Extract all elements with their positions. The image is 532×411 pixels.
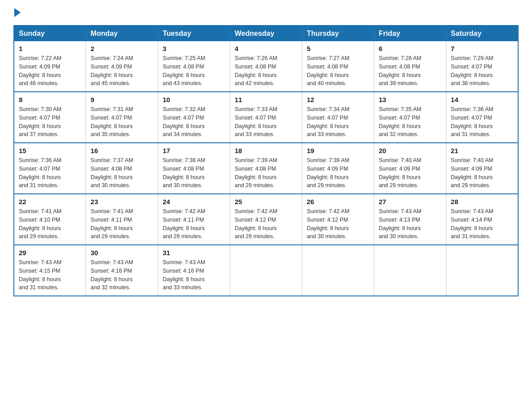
day-of-week-header: Wednesday xyxy=(230,26,302,41)
calendar-day-cell xyxy=(302,245,374,296)
calendar-day-cell xyxy=(230,245,302,296)
calendar-week-row: 29 Sunrise: 7:43 AM Sunset: 4:15 PM Dayl… xyxy=(14,245,518,296)
day-number: 24 xyxy=(163,198,225,206)
day-info: Sunrise: 7:41 AM Sunset: 4:11 PM Dayligh… xyxy=(90,208,133,240)
calendar-day-cell: 20 Sunrise: 7:40 AM Sunset: 4:09 PM Dayl… xyxy=(374,143,446,194)
day-info: Sunrise: 7:36 AM Sunset: 4:07 PM Dayligh… xyxy=(451,106,493,137)
calendar-table: SundayMondayTuesdayWednesdayThursdayFrid… xyxy=(13,25,519,296)
calendar-day-cell: 13 Sunrise: 7:35 AM Sunset: 4:07 PM Dayl… xyxy=(374,92,446,143)
day-number: 1 xyxy=(19,45,81,52)
day-info: Sunrise: 7:39 AM Sunset: 4:09 PM Dayligh… xyxy=(307,157,349,188)
day-number: 30 xyxy=(90,249,153,257)
calendar-day-cell: 30 Sunrise: 7:43 AM Sunset: 4:16 PM Dayl… xyxy=(86,245,158,296)
day-info: Sunrise: 7:27 AM Sunset: 4:08 PM Dayligh… xyxy=(307,55,349,86)
calendar-day-cell: 1 Sunrise: 7:22 AM Sunset: 4:09 PM Dayli… xyxy=(14,41,86,92)
day-number: 20 xyxy=(379,147,442,154)
day-info: Sunrise: 7:31 AM Sunset: 4:07 PM Dayligh… xyxy=(90,106,133,137)
calendar-day-cell: 12 Sunrise: 7:34 AM Sunset: 4:07 PM Dayl… xyxy=(302,92,374,143)
day-number: 18 xyxy=(235,147,297,154)
day-number: 22 xyxy=(19,198,81,206)
day-number: 13 xyxy=(379,96,442,103)
calendar-week-row: 8 Sunrise: 7:30 AM Sunset: 4:07 PM Dayli… xyxy=(14,92,518,143)
calendar-day-cell: 31 Sunrise: 7:43 AM Sunset: 4:16 PM Dayl… xyxy=(158,245,230,296)
day-number: 16 xyxy=(90,147,153,154)
calendar-day-cell: 6 Sunrise: 7:28 AM Sunset: 4:08 PM Dayli… xyxy=(374,41,446,92)
day-of-week-header: Sunday xyxy=(14,26,86,41)
calendar-day-cell: 3 Sunrise: 7:25 AM Sunset: 4:08 PM Dayli… xyxy=(158,41,230,92)
calendar-day-cell xyxy=(446,245,518,296)
day-info: Sunrise: 7:42 AM Sunset: 4:12 PM Dayligh… xyxy=(307,208,349,240)
day-number: 2 xyxy=(90,45,153,52)
calendar-day-cell: 15 Sunrise: 7:36 AM Sunset: 4:07 PM Dayl… xyxy=(14,143,86,194)
day-number: 3 xyxy=(163,45,225,52)
day-number: 23 xyxy=(90,198,153,206)
day-info: Sunrise: 7:43 AM Sunset: 4:13 PM Dayligh… xyxy=(379,208,421,240)
day-number: 10 xyxy=(163,96,225,103)
logo-arrow-icon xyxy=(14,8,21,17)
calendar-day-cell: 11 Sunrise: 7:33 AM Sunset: 4:07 PM Dayl… xyxy=(230,92,302,143)
day-info: Sunrise: 7:40 AM Sunset: 4:09 PM Dayligh… xyxy=(379,157,421,188)
calendar-day-cell xyxy=(374,245,446,296)
calendar-day-cell: 16 Sunrise: 7:37 AM Sunset: 4:08 PM Dayl… xyxy=(86,143,158,194)
day-number: 12 xyxy=(307,96,369,103)
day-of-week-header: Saturday xyxy=(446,26,518,41)
day-number: 21 xyxy=(451,147,513,154)
day-of-week-header: Monday xyxy=(86,26,158,41)
calendar-day-cell: 29 Sunrise: 7:43 AM Sunset: 4:15 PM Dayl… xyxy=(14,245,86,296)
day-info: Sunrise: 7:28 AM Sunset: 4:08 PM Dayligh… xyxy=(379,55,421,86)
day-info: Sunrise: 7:32 AM Sunset: 4:07 PM Dayligh… xyxy=(163,106,205,137)
day-number: 27 xyxy=(379,198,442,206)
day-number: 6 xyxy=(379,45,442,52)
day-info: Sunrise: 7:37 AM Sunset: 4:08 PM Dayligh… xyxy=(90,157,133,188)
calendar-day-cell: 23 Sunrise: 7:41 AM Sunset: 4:11 PM Dayl… xyxy=(86,194,158,245)
day-info: Sunrise: 7:34 AM Sunset: 4:07 PM Dayligh… xyxy=(307,106,349,137)
logo xyxy=(13,9,21,16)
day-number: 31 xyxy=(163,249,225,257)
calendar-day-cell: 8 Sunrise: 7:30 AM Sunset: 4:07 PM Dayli… xyxy=(14,92,86,143)
day-info: Sunrise: 7:43 AM Sunset: 4:15 PM Dayligh… xyxy=(19,259,61,291)
day-number: 19 xyxy=(307,147,369,154)
calendar-day-cell: 10 Sunrise: 7:32 AM Sunset: 4:07 PM Dayl… xyxy=(158,92,230,143)
calendar-week-row: 22 Sunrise: 7:41 AM Sunset: 4:10 PM Dayl… xyxy=(14,194,518,245)
day-number: 25 xyxy=(235,198,297,206)
calendar-day-cell: 22 Sunrise: 7:41 AM Sunset: 4:10 PM Dayl… xyxy=(14,194,86,245)
day-info: Sunrise: 7:43 AM Sunset: 4:16 PM Dayligh… xyxy=(90,259,133,291)
calendar-day-cell: 26 Sunrise: 7:42 AM Sunset: 4:12 PM Dayl… xyxy=(302,194,374,245)
calendar-day-cell: 28 Sunrise: 7:43 AM Sunset: 4:14 PM Dayl… xyxy=(446,194,518,245)
day-number: 7 xyxy=(451,45,513,52)
calendar-day-cell: 7 Sunrise: 7:29 AM Sunset: 4:07 PM Dayli… xyxy=(446,41,518,92)
day-number: 5 xyxy=(307,45,369,52)
day-number: 11 xyxy=(235,96,297,103)
day-info: Sunrise: 7:40 AM Sunset: 4:09 PM Dayligh… xyxy=(451,157,493,188)
calendar-week-row: 1 Sunrise: 7:22 AM Sunset: 4:09 PM Dayli… xyxy=(14,41,518,92)
day-of-week-header: Tuesday xyxy=(158,26,230,41)
day-info: Sunrise: 7:22 AM Sunset: 4:09 PM Dayligh… xyxy=(19,55,61,86)
day-number: 14 xyxy=(451,96,513,103)
calendar-day-cell: 9 Sunrise: 7:31 AM Sunset: 4:07 PM Dayli… xyxy=(86,92,158,143)
calendar-day-cell: 17 Sunrise: 7:38 AM Sunset: 4:08 PM Dayl… xyxy=(158,143,230,194)
day-info: Sunrise: 7:39 AM Sunset: 4:08 PM Dayligh… xyxy=(235,157,277,188)
day-of-week-header: Thursday xyxy=(302,26,374,41)
calendar-day-cell: 4 Sunrise: 7:26 AM Sunset: 4:08 PM Dayli… xyxy=(230,41,302,92)
day-info: Sunrise: 7:41 AM Sunset: 4:10 PM Dayligh… xyxy=(19,208,61,240)
calendar-day-cell: 24 Sunrise: 7:42 AM Sunset: 4:11 PM Dayl… xyxy=(158,194,230,245)
logo-general-text xyxy=(13,9,21,18)
calendar-day-cell: 2 Sunrise: 7:24 AM Sunset: 4:09 PM Dayli… xyxy=(86,41,158,92)
day-number: 26 xyxy=(307,198,369,206)
day-number: 4 xyxy=(235,45,297,52)
day-info: Sunrise: 7:26 AM Sunset: 4:08 PM Dayligh… xyxy=(235,55,277,86)
day-info: Sunrise: 7:43 AM Sunset: 4:14 PM Dayligh… xyxy=(451,208,493,240)
calendar-day-cell: 5 Sunrise: 7:27 AM Sunset: 4:08 PM Dayli… xyxy=(302,41,374,92)
calendar-header-row: SundayMondayTuesdayWednesdayThursdayFrid… xyxy=(14,26,518,41)
day-info: Sunrise: 7:30 AM Sunset: 4:07 PM Dayligh… xyxy=(19,106,61,137)
day-info: Sunrise: 7:36 AM Sunset: 4:07 PM Dayligh… xyxy=(19,157,61,188)
calendar-day-cell: 27 Sunrise: 7:43 AM Sunset: 4:13 PM Dayl… xyxy=(374,194,446,245)
day-info: Sunrise: 7:43 AM Sunset: 4:16 PM Dayligh… xyxy=(163,259,205,291)
day-number: 9 xyxy=(90,96,153,103)
day-number: 29 xyxy=(19,249,81,257)
day-info: Sunrise: 7:35 AM Sunset: 4:07 PM Dayligh… xyxy=(379,106,421,137)
day-info: Sunrise: 7:29 AM Sunset: 4:07 PM Dayligh… xyxy=(451,55,493,86)
day-info: Sunrise: 7:24 AM Sunset: 4:09 PM Dayligh… xyxy=(90,55,133,86)
day-info: Sunrise: 7:38 AM Sunset: 4:08 PM Dayligh… xyxy=(163,157,205,188)
day-info: Sunrise: 7:25 AM Sunset: 4:08 PM Dayligh… xyxy=(163,55,205,86)
